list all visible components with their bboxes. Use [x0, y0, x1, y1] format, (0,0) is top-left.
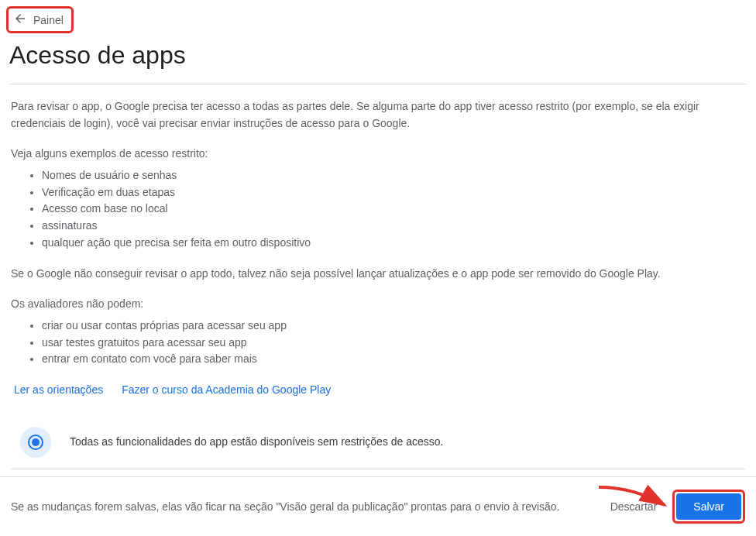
reviewers-cannot-list: criar ou usar contas próprias para acess… [11, 318, 745, 368]
main-content: Para revisar o app, o Google precisa ter… [0, 84, 756, 522]
footer-bar: Se as mudanças forem salvas, elas vão fi… [0, 476, 756, 536]
discard-button[interactable]: Descartar [600, 494, 668, 519]
list-item: entrar em contato com você para saber ma… [42, 351, 745, 368]
read-guidelines-link[interactable]: Ler as orientações [14, 382, 103, 399]
intro-paragraph: Para revisar o app, o Google precisa ter… [11, 98, 745, 132]
reviewers-heading: Os avaliadores não podem: [11, 296, 745, 313]
academy-course-link[interactable]: Fazer o curso da Academia do Google Play [122, 382, 331, 399]
back-to-dashboard-link[interactable]: Painel [6, 6, 74, 33]
radio-option-all-available[interactable]: Todas as funcionalidades do app estão di… [11, 416, 745, 469]
save-button-highlight: Salvar [672, 490, 745, 524]
save-button[interactable]: Salvar [676, 493, 741, 520]
list-item: Nomes de usuário e senhas [42, 167, 745, 184]
radio-button-icon [20, 427, 51, 458]
examples-list: Nomes de usuário e senhas Verificação em… [11, 167, 745, 251]
footer-message: Se as mudanças forem salvas, elas vão fi… [11, 500, 600, 513]
arrow-left-icon [13, 12, 27, 28]
list-item: Acesso com base no local [42, 201, 745, 218]
list-item: criar ou usar contas próprias para acess… [42, 318, 745, 335]
radio-label: Todas as funcionalidades do app estão di… [70, 434, 444, 451]
help-links-row: Ler as orientações Fazer o curso da Acad… [14, 382, 745, 399]
list-item: qualquer ação que precisa ser feita em o… [42, 235, 745, 252]
examples-heading: Veja alguns exemplos de acesso restrito: [11, 146, 745, 163]
list-item: assinaturas [42, 218, 745, 235]
page-title: Acesso de apps [9, 41, 756, 70]
list-item: usar testes gratuitos para acessar seu a… [42, 335, 745, 352]
warning-paragraph: Se o Google não conseguir revisar o app … [11, 266, 745, 283]
back-link-label: Painel [33, 14, 64, 26]
list-item: Verificação em duas etapas [42, 184, 745, 201]
